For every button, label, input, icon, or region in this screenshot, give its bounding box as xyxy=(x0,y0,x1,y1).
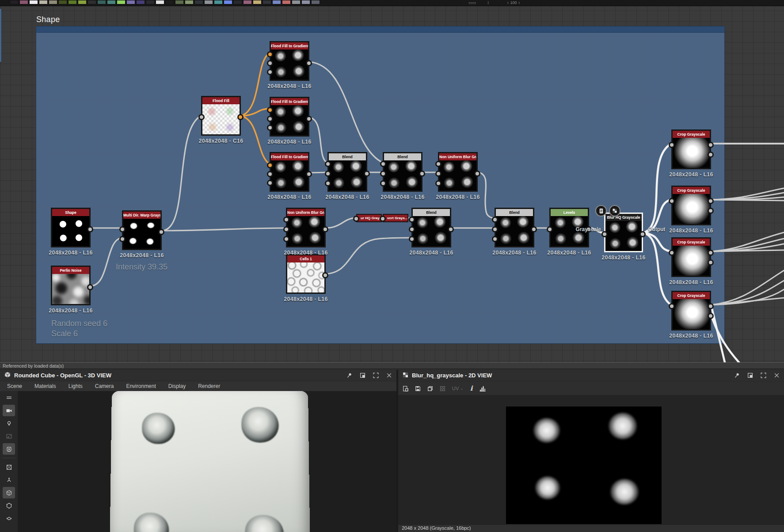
node-in-port[interactable] xyxy=(267,162,273,168)
node-in-port[interactable] xyxy=(353,216,359,222)
node-in-port[interactable] xyxy=(435,161,441,167)
menu-lights[interactable]: Lights xyxy=(69,383,83,389)
node-out-port[interactable] xyxy=(322,272,328,278)
toolbar-swatch[interactable] xyxy=(58,0,67,4)
export-image-icon[interactable] xyxy=(403,386,408,391)
graph-node-cells-1[interactable]: Cells 1 xyxy=(286,254,326,294)
toolbar-swatch[interactable] xyxy=(253,0,262,4)
toolbar-swatch[interactable] xyxy=(39,0,48,4)
toolbar-swatch[interactable] xyxy=(68,0,77,4)
toolbar-swatch[interactable] xyxy=(292,0,301,4)
node-in-port[interactable] xyxy=(267,69,273,75)
copy-icon[interactable] xyxy=(427,386,433,391)
node-in-port[interactable] xyxy=(267,60,273,66)
node-in-port[interactable] xyxy=(283,236,289,242)
node-out-port[interactable] xyxy=(158,229,164,235)
node-out-port[interactable] xyxy=(708,142,714,148)
menu-camera[interactable]: Camera xyxy=(95,383,114,389)
toolbar-swatch[interactable] xyxy=(126,0,135,4)
image-transform-icon[interactable] xyxy=(440,386,445,391)
menu-renderer[interactable]: Renderer xyxy=(198,383,220,389)
node-in-port[interactable] xyxy=(198,114,205,120)
view3d-viewport[interactable] xyxy=(18,391,396,532)
node-out-port[interactable] xyxy=(708,303,714,309)
graph-node-flood-fill[interactable]: Flood Fill xyxy=(201,96,241,136)
toolbar-swatch[interactable] xyxy=(224,0,232,4)
panel-2d-header[interactable]: Blur_hq_grayscale - 2D VIEW xyxy=(398,370,784,381)
histogram-icon[interactable] xyxy=(480,386,486,391)
node-in-port[interactable] xyxy=(492,217,498,223)
toolbar-swatch[interactable] xyxy=(175,0,184,4)
graph-node-crop-grayscale-1[interactable]: Crop Grayscale xyxy=(671,129,711,169)
node-out-port[interactable] xyxy=(87,284,93,290)
toolbar-swatch[interactable] xyxy=(214,0,223,4)
toolbar-swatch[interactable] xyxy=(243,0,252,4)
node-out-port[interactable] xyxy=(708,198,714,204)
graph-node-crop-grayscale-4[interactable]: Crop Grayscale xyxy=(671,291,711,331)
graph-node-crop-grayscale-2[interactable]: Crop Grayscale xyxy=(671,186,711,225)
toolbar-swatch[interactable] xyxy=(301,0,310,4)
node-in-port[interactable] xyxy=(601,231,608,237)
toolbar-swatch[interactable] xyxy=(97,0,106,4)
node-out-port[interactable] xyxy=(322,226,328,232)
node-in-port[interactable] xyxy=(435,180,441,186)
node-in-port[interactable] xyxy=(380,171,386,177)
node-out-port[interactable] xyxy=(639,231,646,237)
node-in-port[interactable] xyxy=(267,180,273,186)
node-out-port[interactable] xyxy=(708,208,714,214)
menu-display[interactable]: Display xyxy=(168,383,186,389)
node-out-port[interactable] xyxy=(364,171,370,177)
toolbar-swatch[interactable] xyxy=(49,0,57,4)
pin-icon[interactable] xyxy=(734,372,740,379)
info-icon[interactable]: i xyxy=(470,384,473,392)
toolbar-swatch[interactable] xyxy=(156,0,164,4)
node-out-port[interactable] xyxy=(448,226,454,232)
node-in-port[interactable] xyxy=(669,142,675,148)
graph-node-flood-fill-to-gradient-2[interactable]: Flood Fill to Gradient xyxy=(270,97,309,137)
toolbar-swatch[interactable] xyxy=(10,0,19,4)
save-icon[interactable] xyxy=(415,386,421,391)
menu-icon[interactable] xyxy=(3,392,15,403)
toolbar-swatch[interactable] xyxy=(107,0,116,4)
node-in-port[interactable] xyxy=(409,226,415,232)
menu-scene[interactable]: Scene xyxy=(7,383,22,389)
toolbar-swatch[interactable] xyxy=(272,0,281,4)
doc-badge-icon[interactable] xyxy=(595,205,607,217)
light-icon[interactable] xyxy=(3,418,15,429)
node-out-port[interactable] xyxy=(306,116,312,122)
node-in-port[interactable] xyxy=(669,198,675,204)
checker-badge-icon[interactable] xyxy=(609,205,620,217)
slider-icon[interactable]: ▭▭ xyxy=(468,0,476,5)
pin-icon[interactable]: ⟟ xyxy=(487,0,489,5)
graph-node-blur-hq-grayscale-collapsed[interactable]: ur HQ Gray... xyxy=(356,214,382,222)
graph-node-perlin-noise[interactable]: Perlin Noise xyxy=(51,266,91,305)
node-out-port[interactable] xyxy=(87,226,93,232)
node-out-port[interactable] xyxy=(708,250,714,256)
graph-node-crop-grayscale-3[interactable]: Crop Grayscale xyxy=(671,237,711,277)
ground-plane-icon[interactable] xyxy=(3,513,15,524)
graph-node-blur-hq-grayscale[interactable]: Blur HQ Grayscale xyxy=(604,213,643,252)
node-out-port[interactable] xyxy=(306,171,312,177)
node-in-port[interactable] xyxy=(409,217,415,223)
wireframe-box-icon[interactable] xyxy=(3,461,15,473)
node-out-port[interactable] xyxy=(237,114,244,120)
node-in-port[interactable] xyxy=(492,226,498,232)
node-graph-canvas[interactable]: Shape xyxy=(0,0,784,362)
toolbar-swatch[interactable] xyxy=(194,0,203,4)
toolbar-swatch[interactable] xyxy=(185,0,194,4)
graph-node-flood-fill-to-gradient-3[interactable]: Flood Fill to Gradient xyxy=(270,152,309,192)
node-in-port[interactable] xyxy=(283,217,289,223)
close-icon[interactable] xyxy=(386,372,392,379)
node-in-port[interactable] xyxy=(283,226,289,232)
node-in-port[interactable] xyxy=(380,216,386,222)
graph-node-blend-3[interactable]: Blend xyxy=(411,208,451,247)
toolbar-swatch[interactable] xyxy=(117,0,126,4)
node-in-port[interactable] xyxy=(547,226,553,232)
graph-node-blend-1[interactable]: Blend xyxy=(327,152,367,192)
menu-materials[interactable]: Materials xyxy=(34,383,56,389)
toolbar-swatch[interactable] xyxy=(146,0,155,4)
toolbar-swatch[interactable] xyxy=(282,0,291,4)
toolbar-swatch[interactable] xyxy=(29,0,38,4)
view2d-viewport[interactable] xyxy=(398,395,784,525)
camera-icon[interactable] xyxy=(3,405,15,416)
